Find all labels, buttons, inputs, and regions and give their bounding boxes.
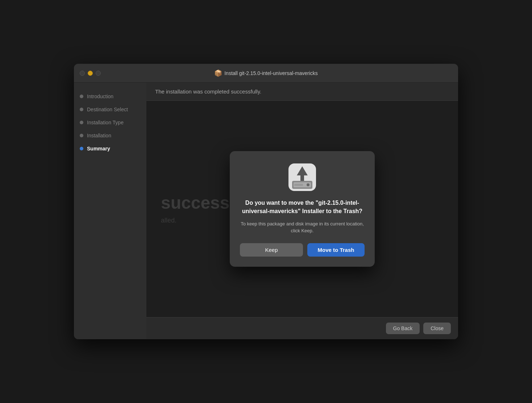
- traffic-lights: [80, 71, 101, 76]
- sidebar-dot-installation-type: [80, 121, 83, 124]
- go-back-button[interactable]: Go Back: [386, 323, 420, 334]
- installer-window: 📦 Install git-2.15.0-intel-universal-mav…: [74, 64, 458, 339]
- sidebar-item-summary[interactable]: Summary: [80, 146, 141, 151]
- sidebar-dot-summary: [80, 147, 83, 150]
- main-content: The installation was completed successfu…: [146, 83, 458, 339]
- modal-body: To keep this package and disk image in i…: [240, 220, 365, 234]
- window-title: 📦 Install git-2.15.0-intel-universal-mav…: [214, 69, 318, 77]
- bottom-bar: Go Back Close: [146, 317, 458, 339]
- trash-dialog: Do you want to move the "git-2.15.0-inte…: [230, 151, 375, 267]
- svg-point-4: [307, 183, 309, 186]
- keep-button[interactable]: Keep: [240, 243, 303, 257]
- minimize-button[interactable]: [88, 71, 93, 76]
- sidebar-dot-installation: [80, 134, 83, 137]
- sidebar: Introduction Destination Select Installa…: [74, 83, 146, 339]
- window-body: Introduction Destination Select Installa…: [74, 83, 458, 339]
- modal-buttons: Keep Move to Trash: [240, 243, 365, 257]
- modal-overlay: Do you want to move the "git-2.15.0-inte…: [146, 101, 458, 317]
- titlebar: 📦 Install git-2.15.0-intel-universal-mav…: [74, 64, 458, 83]
- sidebar-item-installation-type[interactable]: Installation Type: [80, 120, 141, 125]
- title-icon: 📦: [214, 69, 222, 77]
- close-button[interactable]: Close: [423, 323, 451, 334]
- modal-title: Do you want to move the "git-2.15.0-inte…: [240, 199, 365, 215]
- close-button[interactable]: [80, 71, 85, 76]
- sidebar-dot-introduction: [80, 95, 83, 98]
- sidebar-item-installation[interactable]: Installation: [80, 133, 141, 138]
- svg-rect-5: [294, 184, 303, 186]
- sidebar-item-introduction[interactable]: Introduction: [80, 94, 141, 99]
- status-bar: The installation was completed successfu…: [146, 83, 458, 101]
- modal-icon: [288, 163, 317, 192]
- sidebar-dot-destination: [80, 108, 83, 111]
- sidebar-item-destination-select[interactable]: Destination Select: [80, 107, 141, 112]
- maximize-button[interactable]: [96, 71, 101, 76]
- content-area: successful. alled.: [146, 101, 458, 317]
- move-to-trash-button[interactable]: Move to Trash: [307, 243, 365, 257]
